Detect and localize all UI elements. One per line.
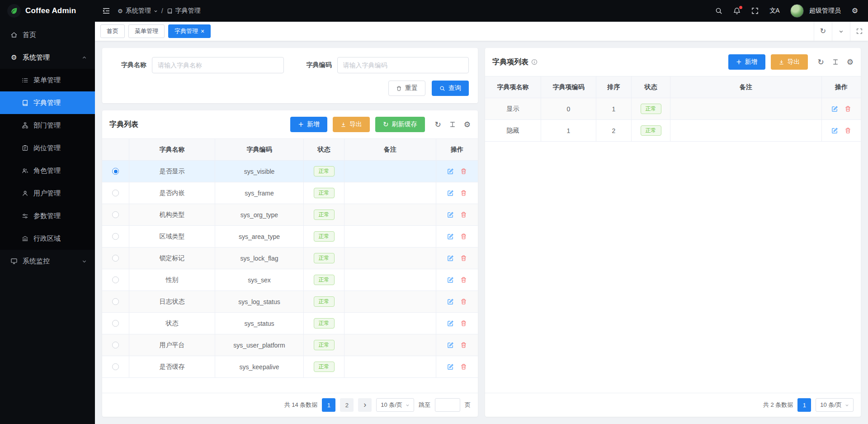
table-refresh-icon[interactable]: ↻ xyxy=(818,58,824,66)
plus-icon: + xyxy=(298,121,304,128)
table-row[interactable]: 锁定标记 sys_lock_flag 正常 xyxy=(102,248,478,269)
sidebar-item-system-monitor[interactable]: 系统监控 xyxy=(0,250,95,272)
query-button[interactable]: 查询 xyxy=(432,81,469,96)
sidebar-item-system-management[interactable]: ⚙ 系统管理 xyxy=(0,46,95,69)
table-row[interactable]: 隐藏 1 2 正常 xyxy=(485,120,861,142)
edit-icon[interactable] xyxy=(447,363,454,370)
table-row[interactable]: 是否显示 sys_visible 正常 xyxy=(102,161,478,182)
translate-icon[interactable]: 文A xyxy=(769,7,779,15)
tab-close-icon[interactable]: × xyxy=(201,28,204,34)
edit-icon[interactable] xyxy=(447,255,454,262)
row-radio[interactable] xyxy=(112,233,119,240)
page-size-select[interactable]: 10 条/页 xyxy=(816,398,854,412)
export-dict-item-button[interactable]: 导出 xyxy=(771,54,808,70)
delete-icon[interactable] xyxy=(460,190,467,196)
row-radio[interactable] xyxy=(112,363,119,370)
sidebar-item-user-management[interactable]: 用户管理 xyxy=(0,182,95,205)
row-radio[interactable] xyxy=(112,320,119,327)
edit-icon[interactable] xyxy=(831,127,838,134)
page-button-1[interactable]: 1 xyxy=(322,398,335,412)
edit-icon[interactable] xyxy=(447,233,454,240)
refresh-cache-button[interactable]: ↻ 刷新缓存 xyxy=(375,117,425,132)
sidebar-item-dict-management[interactable]: 字典管理 xyxy=(0,91,95,114)
page-button-1[interactable]: 1 xyxy=(797,398,811,412)
dict-name-input[interactable] xyxy=(152,57,284,73)
fullscreen-icon[interactable] xyxy=(751,7,759,14)
edit-icon[interactable] xyxy=(447,276,454,283)
delete-icon[interactable] xyxy=(844,127,851,134)
add-dict-button[interactable]: + 新增 xyxy=(290,117,327,132)
remark-cell xyxy=(344,161,436,182)
row-radio[interactable] xyxy=(112,190,119,196)
delete-icon[interactable] xyxy=(460,276,467,283)
table-row[interactable]: 显示 0 1 正常 xyxy=(485,98,861,120)
delete-icon[interactable] xyxy=(460,255,467,262)
table-row[interactable]: 日志状态 sys_log_status 正常 xyxy=(102,291,478,313)
breadcrumb-page[interactable]: 字典管理 xyxy=(167,7,201,15)
breadcrumb-section[interactable]: ⚙ 系统管理 xyxy=(118,7,158,15)
row-radio[interactable] xyxy=(112,255,119,262)
tab-dict-management[interactable]: 字典管理 × xyxy=(168,24,211,38)
table-settings-icon[interactable]: ⚙ xyxy=(464,121,471,129)
user-name[interactable]: 超级管理员 xyxy=(809,7,841,15)
tabs-menu-chevron-icon[interactable] xyxy=(832,22,850,41)
edit-icon[interactable] xyxy=(447,342,454,348)
sidebar-item-admin-region[interactable]: 行政区域 xyxy=(0,227,95,250)
delete-icon[interactable] xyxy=(460,168,467,175)
reset-button[interactable]: 重置 xyxy=(388,81,425,96)
dict-code-input[interactable] xyxy=(337,57,469,73)
sidebar-item-dept-management[interactable]: 部门管理 xyxy=(0,114,95,137)
delete-icon[interactable] xyxy=(460,233,467,240)
page-size-select[interactable]: 10 条/页 xyxy=(376,398,414,412)
next-page-icon[interactable]: › xyxy=(358,398,372,412)
delete-icon[interactable] xyxy=(460,320,467,327)
tab-home[interactable]: 首页 xyxy=(100,24,125,38)
content-fullscreen-icon[interactable] xyxy=(850,22,868,41)
delete-icon[interactable] xyxy=(844,105,851,112)
row-radio[interactable] xyxy=(112,298,119,305)
edit-icon[interactable] xyxy=(447,320,454,327)
info-icon[interactable] xyxy=(531,59,538,65)
sidebar-item-param-management[interactable]: 参数管理 xyxy=(0,205,95,227)
notification-bell-icon[interactable] xyxy=(733,7,741,14)
page-button-2[interactable]: 2 xyxy=(340,398,354,412)
sidebar-item-post-management[interactable]: 岗位管理 xyxy=(0,137,95,159)
caret-down-icon xyxy=(154,9,158,13)
table-row[interactable]: 机构类型 sys_org_type 正常 xyxy=(102,204,478,226)
jump-page-input[interactable] xyxy=(435,398,460,412)
table-row[interactable]: 用户平台 sys_user_platform 正常 xyxy=(102,334,478,356)
edit-icon[interactable] xyxy=(831,105,838,112)
delete-icon[interactable] xyxy=(460,363,467,370)
table-row[interactable]: 性别 sys_sex 正常 xyxy=(102,269,478,291)
edit-icon[interactable] xyxy=(447,190,454,196)
edit-icon[interactable] xyxy=(447,211,454,218)
search-icon[interactable] xyxy=(715,7,722,14)
edit-icon[interactable] xyxy=(447,298,454,305)
table-density-icon[interactable] xyxy=(832,59,839,65)
edit-icon[interactable] xyxy=(447,168,454,175)
table-row[interactable]: 状态 sys_status 正常 xyxy=(102,313,478,334)
table-row[interactable]: 区域类型 sys_area_type 正常 xyxy=(102,226,478,248)
export-dict-button[interactable]: 导出 xyxy=(333,117,370,132)
table-density-icon[interactable] xyxy=(449,121,456,128)
settings-gear-icon[interactable]: ⚙ xyxy=(852,7,858,14)
table-settings-icon[interactable]: ⚙ xyxy=(847,58,854,66)
row-radio[interactable] xyxy=(112,342,119,348)
sidebar-item-menu-management[interactable]: 菜单管理 xyxy=(0,69,95,91)
delete-icon[interactable] xyxy=(460,342,467,348)
sidebar-item-home[interactable]: 首页 xyxy=(0,24,95,46)
delete-icon[interactable] xyxy=(460,298,467,305)
sidebar-collapse-icon[interactable] xyxy=(102,7,110,15)
tab-menu-management[interactable]: 菜单管理 xyxy=(128,24,165,38)
avatar[interactable] xyxy=(790,4,804,18)
delete-icon[interactable] xyxy=(460,211,467,218)
row-radio[interactable] xyxy=(112,211,119,218)
add-dict-item-button[interactable]: + 新增 xyxy=(728,54,765,70)
table-refresh-icon[interactable]: ↻ xyxy=(435,121,441,129)
tabs-refresh-icon[interactable]: ↻ xyxy=(814,22,832,41)
sidebar-item-role-management[interactable]: 角色管理 xyxy=(0,159,95,182)
table-row[interactable]: 是否内嵌 sys_frame 正常 xyxy=(102,182,478,204)
row-radio[interactable] xyxy=(112,168,119,175)
row-radio[interactable] xyxy=(112,276,119,283)
table-row[interactable]: 是否缓存 sys_keepalive 正常 xyxy=(102,356,478,378)
